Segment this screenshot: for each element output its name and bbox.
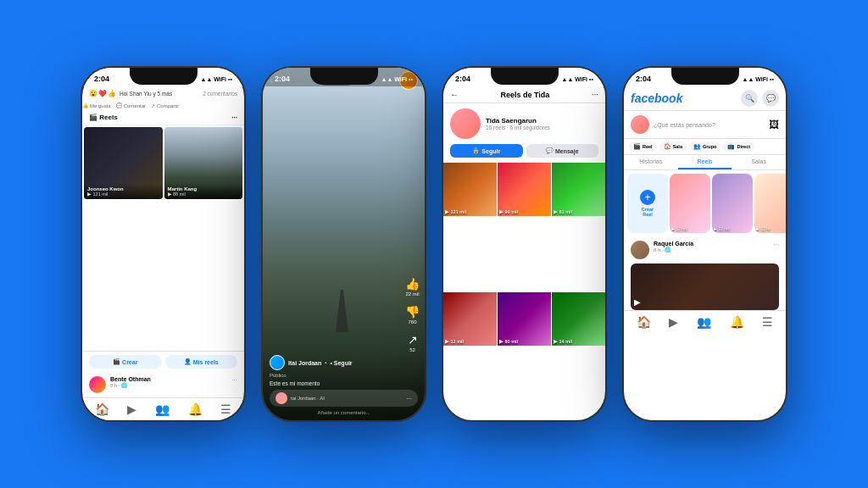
messenger-icon-btn[interactable]: 💬: [762, 90, 779, 107]
signal-4: ▲▲: [742, 76, 754, 82]
reel-views-1: ▶ 121 mil: [87, 191, 159, 197]
phone-3: 2:04 ▲▲ WiFi ▪▪ ← Reels de Tida ··· Tida…: [442, 66, 607, 422]
dislike-action-reel[interactable]: 👎 760: [405, 305, 420, 324]
p3-thumb-4[interactable]: ▶ 12 mil: [443, 292, 497, 346]
user-post-1: Bente Othman 8 h · 🌐 ···: [82, 372, 244, 397]
my-reels-button[interactable]: 👤 Mis reels: [165, 355, 238, 369]
nav-menu-1[interactable]: ☰: [220, 402, 231, 416]
phone-2: 2:04 ▲▲ WiFi ▪▪ ‹ ✦ Crear: [261, 66, 426, 422]
p3-thumb-6[interactable]: ▶ 14 mil: [552, 292, 605, 346]
grupo-create-item[interactable]: 👥 Grupo: [689, 141, 721, 152]
phone-4: 2:04 ▲▲ WiFi ▪▪ facebook 🔍 💬 ¿Qué estás …: [622, 66, 787, 422]
nav-menu-4[interactable]: ☰: [762, 315, 773, 329]
lock-icon: 🔒: [472, 147, 480, 154]
create-reel-card[interactable]: + CrearReel: [627, 174, 668, 233]
post-user: Hoi Shan Yiu y 5 más: [120, 91, 172, 97]
notch-4: [671, 68, 739, 85]
nav-bell-4[interactable]: 🔔: [730, 315, 744, 329]
reels-grid: Joonseo Kwon ▶ 121 mil Martin Kang ▶ 88 …: [82, 125, 244, 351]
p3-thumb-5[interactable]: ▶ 80 mil: [498, 292, 551, 346]
signal-3: ▲▲: [561, 76, 573, 82]
public-label: Público: [270, 373, 418, 378]
direct-create-item[interactable]: 📺 Direct: [723, 141, 754, 152]
plus-icon: +: [640, 190, 655, 205]
comment-options[interactable]: ···: [406, 395, 412, 402]
p4-post-menu[interactable]: ···: [773, 241, 779, 248]
p3-profile-name: Tida Saengarun: [486, 117, 550, 125]
post-menu-1[interactable]: ···: [231, 376, 237, 384]
reel-caption: Este es mi momento: [270, 380, 418, 386]
screen-2: 2:04 ▲▲ WiFi ▪▪ ‹ ✦ Crear: [263, 68, 425, 420]
follow-button[interactable]: • Seguir: [330, 360, 352, 366]
like-action[interactable]: 👍 Me gusta: [82, 103, 111, 108]
p3-thumb-3[interactable]: ▶ 81 mil: [552, 163, 605, 216]
story-card-2[interactable]: ▶ 12 mil: [712, 174, 753, 233]
separator-dot: •: [325, 360, 326, 365]
comment-action[interactable]: 💬 Comentar: [116, 103, 146, 108]
post-info: 😮 ❤️ 👍 Hoi Shan Yiu y 5 más 2 comentario…: [82, 86, 244, 99]
tab-historias[interactable]: Historias: [624, 155, 678, 169]
nav-bell-1[interactable]: 🔔: [188, 402, 203, 416]
status-icons-1: ▲▲ WiFi ▪▪: [200, 76, 232, 82]
nav-home-1[interactable]: 🏠: [95, 402, 109, 416]
search-icon-btn[interactable]: 🔍: [741, 90, 758, 107]
more-dots[interactable]: ···: [231, 114, 237, 121]
reel-thumb-2[interactable]: Martin Kang ▶ 88 mil: [164, 127, 243, 199]
p4-video-thumb[interactable]: ▶: [631, 263, 779, 310]
p3-reels-grid: ▶ 121 mil ▶ 99 mil ▶ 81 mil ▶ 12 mil ▶ 8…: [443, 163, 605, 420]
create-row: 🎬 Reel 🏠 Sala 👥 Grupo 📺 Direct: [624, 139, 786, 155]
comment-bar[interactable]: tai Jordaan · AI ···: [270, 390, 418, 407]
screen-4: 2:04 ▲▲ WiFi ▪▪ facebook 🔍 💬 ¿Qué estás …: [624, 68, 786, 420]
p3-profile: Tida Saengarun 16 reels · 6 mil seguidor…: [443, 103, 605, 144]
post-avatar: [631, 115, 649, 134]
reel-create-item[interactable]: 🎬 Reel: [629, 141, 657, 152]
screen-3: 2:04 ▲▲ WiFi ▪▪ ← Reels de Tida ··· Tida…: [443, 68, 605, 420]
p3-title: Reels de Tida: [500, 91, 549, 99]
p3-count-6: ▶ 14 mil: [554, 339, 572, 344]
direct-icon: 📺: [727, 143, 735, 150]
wifi-icon-1: WiFi: [214, 76, 226, 82]
time-1: 2:04: [94, 75, 109, 83]
p3-back-button[interactable]: ←: [450, 90, 459, 99]
stories-row: + CrearReel ▶ 12 mil ▶ 12 mil ▶ 12 m: [624, 170, 786, 236]
wifi-4: WiFi: [755, 76, 768, 82]
p3-count-2: ▶ 99 mil: [499, 209, 518, 214]
sala-icon: 🏠: [664, 143, 671, 150]
p3-menu[interactable]: ···: [592, 90, 598, 99]
share-action[interactable]: ↗ Compartir: [151, 103, 179, 108]
nav-video-4[interactable]: ▶: [669, 315, 678, 329]
p4-header: facebook 🔍 💬: [624, 86, 786, 111]
p3-profile-info: Tida Saengarun 16 reels · 6 mil seguidor…: [486, 117, 550, 130]
p4-user-info: Raquel García 8 h · 🌐: [654, 241, 769, 252]
p3-thumb-1[interactable]: ▶ 121 mil: [443, 163, 497, 216]
p3-profile-avatar: [450, 108, 481, 139]
post-comments: 2 comentarios: [203, 91, 237, 97]
photo-icon[interactable]: 🖼: [769, 119, 779, 130]
tab-reels[interactable]: Reels: [678, 155, 732, 169]
post-input[interactable]: ¿Qué estás pensando?: [654, 122, 765, 128]
add-comment-hint[interactable]: Añade un comentario...: [270, 407, 418, 415]
like-action-reel[interactable]: 👍 22 mil: [405, 277, 420, 297]
time-2: 2:04: [275, 75, 290, 83]
p4-user-avatar: [631, 241, 649, 259]
sala-create-item[interactable]: 🏠 Sala: [659, 141, 687, 152]
nav-people-1[interactable]: 👥: [155, 402, 170, 416]
story-card-1[interactable]: ▶ 12 mil: [670, 174, 710, 233]
nav-home-4[interactable]: 🏠: [637, 315, 651, 329]
user-avatar-1: [89, 376, 106, 393]
reel-thumb-1[interactable]: Joonseo Kwon ▶ 121 mil: [84, 127, 163, 199]
tab-salas[interactable]: Salas: [732, 155, 786, 169]
bat-4: ▪▪: [770, 76, 774, 82]
post-actions: 👍 Me gusta 💬 Comentar ↗ Compartir: [82, 101, 244, 110]
p3-follow-button[interactable]: 🔒 Seguir: [450, 144, 523, 158]
post-box[interactable]: ¿Qué estás pensando? 🖼: [624, 111, 786, 139]
create-button[interactable]: 🎬 Crear: [89, 355, 162, 369]
p3-thumb-2[interactable]: ▶ 99 mil: [498, 163, 551, 216]
p3-message-button[interactable]: 💬 Mensaje: [526, 144, 599, 158]
story-card-3[interactable]: ▶ 12 m: [754, 174, 786, 233]
nav-people-4[interactable]: 👥: [697, 315, 711, 329]
status-icons-3: ▲▲ WiFi ▪▪: [561, 76, 593, 82]
emoji-like: 👍: [108, 90, 116, 97]
nav-video-1[interactable]: ▶: [127, 402, 136, 416]
p2-user-name: Itai Jordaan: [288, 360, 321, 366]
